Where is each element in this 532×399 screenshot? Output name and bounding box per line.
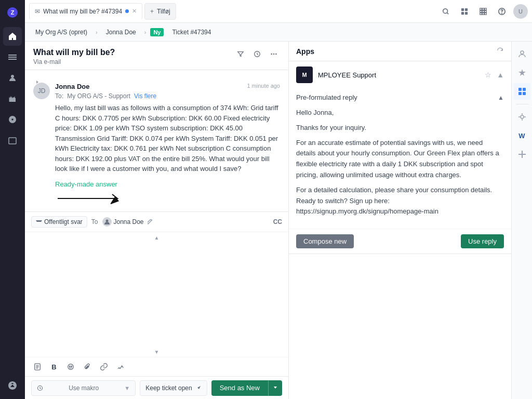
topbar-right: U xyxy=(438,4,528,19)
main-area: ✉ What will my bill be? #47394 ✕ + Tilfø… xyxy=(25,0,532,399)
message-to-link[interactable]: Vis flere xyxy=(134,92,156,100)
breadcrumb-contact[interactable]: Jonna Doe xyxy=(102,28,140,37)
sidebar: Z xyxy=(0,0,25,399)
breadcrumb-new-badge: Ny xyxy=(150,28,164,36)
topbar: ✉ What will my bill be? #47394 ✕ + Tilfø… xyxy=(25,0,532,23)
sidebar-admin-icon[interactable] xyxy=(3,110,22,129)
apps-panel: Apps M MPLOYEE Support ☆ ▲ Pre-formula xyxy=(289,42,511,399)
annotation-arrow xyxy=(55,188,138,209)
macro-label: Use makro xyxy=(69,384,99,392)
reply-recipient: Jonna Doe xyxy=(102,217,154,227)
message-content: Jonna Doe 1 minute ago To: My ORG A/S - … xyxy=(55,83,280,211)
cc-button[interactable]: CC xyxy=(273,218,282,225)
far-right-person-icon[interactable] xyxy=(514,46,530,62)
refresh-icon[interactable] xyxy=(497,47,504,56)
preformulated-section: Pre-formulated reply ▲ Hello Jonna, Than… xyxy=(289,88,511,229)
format-emoji-icon[interactable] xyxy=(64,361,77,373)
message-to-label: To: xyxy=(55,92,63,100)
reply-para-3: For a detailed calculation, please share… xyxy=(296,185,504,217)
sidebar-home-icon[interactable] xyxy=(3,27,22,46)
app-pin-icon[interactable]: ☆ xyxy=(485,71,491,79)
svg-rect-31 xyxy=(518,88,522,91)
apps-header: Apps xyxy=(289,42,511,61)
tab-new-title: Tilføj xyxy=(157,8,170,15)
sidebar-reports-icon[interactable] xyxy=(3,89,22,108)
svg-rect-17 xyxy=(485,12,487,15)
keep-ticket-button[interactable]: Keep ticket open xyxy=(140,380,207,396)
far-right-word-icon[interactable]: W xyxy=(514,127,530,144)
format-paperclip-icon[interactable] xyxy=(81,361,94,373)
message-sender: Jonna Doe xyxy=(55,83,89,90)
more-options-icon[interactable] xyxy=(268,48,280,60)
compose-new-button[interactable]: Compose new xyxy=(296,234,354,248)
tab-email-close[interactable]: ✕ xyxy=(132,8,137,15)
message-header: Jonna Doe 1 minute ago xyxy=(55,83,280,90)
format-attach-icon[interactable] xyxy=(31,361,44,373)
breadcrumb-org[interactable]: My Org A/S (opret) xyxy=(31,28,91,37)
ticket-panel: What will my bill be? Via e-mail xyxy=(25,42,289,399)
message-to: To: My ORG A/S - Support Vis flere xyxy=(55,92,280,100)
tab-email-title: What will my bill be? #47394 xyxy=(43,8,122,15)
far-right-plus-icon[interactable] xyxy=(514,146,530,163)
far-right-sparkle-icon[interactable] xyxy=(514,64,530,81)
filter-icon[interactable] xyxy=(234,48,247,60)
content-split: What will my bill be? Via e-mail xyxy=(25,42,532,399)
svg-rect-11 xyxy=(485,8,487,10)
app-card-header[interactable]: M MPLOYEE Support ☆ ▲ xyxy=(289,61,511,88)
reply-type-button[interactable]: Offentligt svar xyxy=(31,216,87,228)
breadcrumb-ticket[interactable]: Ticket #47394 xyxy=(168,28,215,37)
breadcrumb: My Org A/S (opret) › Jonna Doe › Ny Tick… xyxy=(25,23,532,42)
send-dropdown-button[interactable] xyxy=(268,380,282,396)
reply-type-label: Offentligt svar xyxy=(44,218,83,225)
format-link-icon[interactable] xyxy=(98,361,110,373)
use-reply-button[interactable]: Use reply xyxy=(461,234,504,248)
app-collapse-icon[interactable]: ▲ xyxy=(497,71,504,79)
ready-made-area: Ready-made answer xyxy=(55,174,280,212)
sidebar-calendar-icon[interactable] xyxy=(3,131,22,150)
svg-rect-15 xyxy=(480,12,482,15)
messages-area[interactable]: JD Jonna Doe 1 minute ago To: My ORG A/S… xyxy=(25,76,288,211)
scroll-up-button[interactable]: ▲ xyxy=(25,232,288,243)
sidebar-contacts-icon[interactable] xyxy=(3,69,22,87)
scroll-down-button[interactable]: ▼ xyxy=(25,347,288,357)
reply-toolbar-top: Offentligt svar To Jonna Doe xyxy=(25,212,288,232)
macro-button[interactable]: Use makro ▼ xyxy=(31,380,136,396)
preformulated-toggle[interactable]: ▲ xyxy=(498,94,504,101)
svg-point-30 xyxy=(521,51,524,54)
far-right-extension-icon[interactable] xyxy=(514,109,530,125)
help-icon[interactable] xyxy=(495,4,509,19)
tab-email[interactable]: ✉ What will my bill be? #47394 ✕ xyxy=(29,3,142,20)
format-bold-icon[interactable]: B xyxy=(48,361,60,373)
search-icon[interactable] xyxy=(438,4,453,19)
tab-email-dot xyxy=(125,9,129,13)
app-logo: M xyxy=(296,66,313,83)
sidebar-views-icon[interactable] xyxy=(3,48,22,66)
message-body: Hello, my last bill was as follows with … xyxy=(55,103,280,174)
svg-rect-13 xyxy=(482,10,484,12)
far-right-apps-grid-icon[interactable] xyxy=(514,83,530,100)
message-avatar: JD xyxy=(33,83,50,99)
svg-rect-8 xyxy=(465,11,468,14)
format-signature-icon[interactable] xyxy=(114,361,127,373)
tab-new[interactable]: + Tilføj xyxy=(144,3,176,20)
svg-point-24 xyxy=(105,220,108,222)
svg-rect-5 xyxy=(461,8,464,10)
user-avatar[interactable]: U xyxy=(513,4,528,19)
svg-point-28 xyxy=(71,366,72,367)
ticket-header-actions xyxy=(234,48,280,60)
apps-icon[interactable] xyxy=(476,4,490,19)
reply-editor[interactable] xyxy=(25,243,288,347)
tab-new-icon: + xyxy=(150,8,154,15)
action-buttons: Compose new Use reply xyxy=(289,229,511,254)
svg-rect-12 xyxy=(480,10,482,12)
edit-recipient-icon[interactable] xyxy=(146,218,154,226)
send-button[interactable]: Send as New xyxy=(211,380,268,396)
svg-point-27 xyxy=(69,366,70,367)
far-right-panel: W xyxy=(511,42,532,399)
history-icon[interactable] xyxy=(251,48,263,60)
svg-point-35 xyxy=(521,115,524,118)
sidebar-zendesk-icon[interactable] xyxy=(3,376,22,395)
svg-rect-14 xyxy=(485,10,487,12)
svg-rect-7 xyxy=(461,11,464,14)
grid-icon[interactable] xyxy=(457,4,472,19)
